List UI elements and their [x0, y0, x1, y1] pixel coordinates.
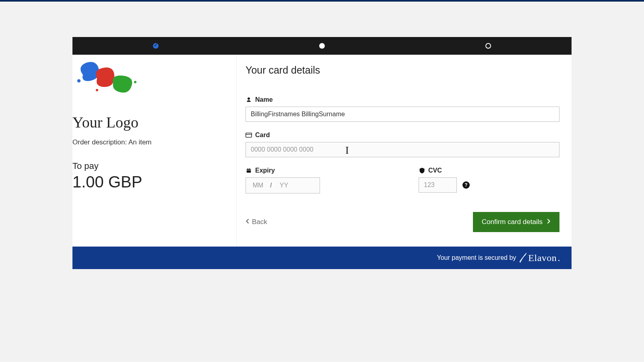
svg-point-1	[96, 89, 98, 91]
calendar-icon	[246, 168, 252, 173]
expiry-input-group: /	[246, 177, 320, 193]
cvc-label-text: CVC	[428, 167, 442, 174]
svg-rect-3	[246, 133, 252, 138]
action-row: Back Confirm card details	[246, 212, 559, 232]
merchant-logo-text: Your Logo	[72, 113, 228, 131]
svg-point-0	[77, 79, 80, 82]
card-label: Card	[246, 132, 559, 139]
name-field: Name	[246, 96, 559, 122]
expiry-field: Expiry /	[246, 167, 402, 193]
cvc-help-icon[interactable]: ?	[462, 181, 470, 189]
order-description: Order description: An item	[72, 138, 228, 146]
name-label: Name	[246, 96, 559, 103]
confirm-button[interactable]: Confirm card details	[473, 212, 559, 232]
confirm-button-label: Confirm card details	[482, 218, 543, 226]
payment-page: Your Logo Order description: An item To …	[72, 37, 572, 269]
progress-bar	[72, 37, 572, 55]
card-field: Card I	[246, 132, 559, 157]
svg-point-2	[134, 81, 136, 83]
expiry-year-input[interactable]	[272, 178, 296, 193]
back-button-label: Back	[252, 218, 267, 226]
credit-card-icon	[246, 132, 252, 138]
content-area: Your Logo Order description: An item To …	[72, 55, 572, 247]
order-summary-panel: Your Logo Order description: An item To …	[72, 55, 237, 247]
name-input[interactable]	[246, 107, 559, 122]
elavon-brand-logo: Elavon.	[519, 252, 560, 263]
to-pay-amount: 1.00 GBP	[72, 173, 228, 191]
cvc-field: CVC ?	[419, 167, 559, 193]
cvc-input[interactable]	[419, 177, 457, 193]
svg-rect-8	[248, 168, 248, 169]
footer-secured-text: Your payment is secured by	[437, 254, 516, 261]
footer: Your payment is secured by Elavon.	[72, 247, 572, 269]
expiry-label: Expiry	[246, 167, 402, 174]
elavon-brand-text: Elavon	[528, 253, 557, 263]
step-3-upcoming-icon	[485, 43, 491, 49]
expiry-label-text: Expiry	[255, 167, 275, 174]
chevron-right-icon	[547, 218, 551, 226]
card-number-input[interactable]	[246, 142, 559, 157]
card-details-panel: Your card details Name Card	[237, 55, 572, 247]
to-pay-label: To pay	[72, 161, 228, 171]
step-1-done-icon	[153, 43, 159, 49]
merchant-logo-image	[72, 57, 141, 101]
svg-rect-9	[250, 168, 250, 169]
expiry-month-input[interactable]	[246, 178, 270, 193]
cvc-label: CVC	[419, 167, 559, 174]
step-2-current-icon	[319, 43, 325, 49]
brand-period: .	[557, 252, 560, 263]
name-label-text: Name	[255, 96, 273, 103]
elavon-swoosh-icon	[519, 252, 527, 263]
expiry-cvc-row: Expiry / CVC	[246, 167, 559, 193]
person-icon	[246, 97, 252, 103]
back-button[interactable]: Back	[246, 218, 267, 226]
card-label-text: Card	[255, 132, 270, 139]
shield-icon	[419, 168, 425, 173]
section-title: Your card details	[246, 64, 559, 76]
chevron-left-icon	[246, 218, 250, 226]
